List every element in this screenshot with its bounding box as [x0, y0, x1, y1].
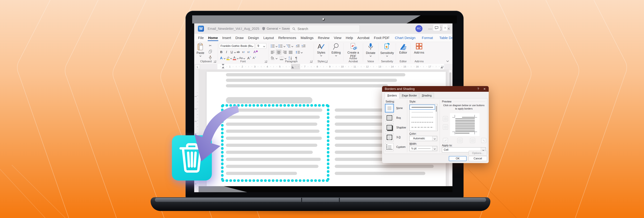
change-case-button[interactable]: Aa — [238, 56, 244, 60]
search-input[interactable] — [297, 27, 352, 31]
avatar[interactable]: RC — [416, 25, 422, 32]
tab-draw[interactable]: Draw — [233, 34, 246, 41]
tab-acrobat[interactable]: Acrobat — [355, 34, 372, 41]
superscript-button[interactable]: x2 — [246, 49, 251, 54]
sensitivity-button[interactable]: Sensitivity — [381, 43, 394, 56]
preview-horizontal-border-button[interactable] — [443, 125, 448, 130]
cut-button[interactable]: ✂ — [208, 43, 213, 48]
font-launcher[interactable] — [265, 60, 267, 63]
line-spacing-menu[interactable] — [301, 51, 302, 53]
options-button[interactable]: Options... — [468, 151, 487, 156]
search-bar[interactable] — [290, 25, 360, 33]
dialog-tab-borders[interactable]: Borders — [385, 92, 400, 99]
hanging-indent-marker[interactable] — [222, 67, 224, 68]
width-combo[interactable]: ½ pt — [410, 146, 437, 151]
preview-inside-border-button[interactable] — [470, 138, 475, 143]
underline-button[interactable]: U — [229, 49, 234, 54]
align-left-button[interactable] — [270, 50, 275, 55]
document-title[interactable]: Email_Newsletter_Vol.I_Aug_2025 — [208, 27, 259, 31]
word-logo-icon[interactable]: W — [198, 26, 204, 32]
text-effects-button[interactable]: A — [219, 56, 224, 60]
shading-button[interactable] — [270, 56, 275, 60]
ok-button[interactable]: OK — [449, 156, 466, 161]
paragraph-launcher[interactable] — [310, 60, 312, 63]
style-option-dashdot[interactable] — [410, 125, 435, 130]
justify-button[interactable] — [288, 50, 293, 55]
font-name-combo[interactable]: Franklin Gothic Book (Body) — [219, 43, 254, 49]
clear-formatting-button[interactable]: A — [253, 49, 258, 54]
line-spacing-button[interactable] — [295, 50, 300, 55]
tab-selector[interactable]: L — [195, 65, 200, 69]
style-option-thin[interactable] — [410, 110, 435, 115]
italic-button[interactable]: I — [224, 49, 229, 54]
setting-option-box[interactable]: Box — [385, 114, 401, 122]
tab-insert[interactable]: Insert — [220, 34, 233, 41]
setting-option-shadow[interactable]: Shadow — [385, 124, 406, 132]
strikethrough-button[interactable]: ab — [236, 49, 241, 54]
multilevel-list-button[interactable] — [286, 43, 291, 48]
comment-button[interactable] — [433, 24, 440, 31]
minimize-icon[interactable]: — — [428, 27, 432, 31]
multilevel-menu[interactable] — [291, 45, 293, 47]
borders-menu[interactable] — [284, 57, 286, 59]
create-pdf-button[interactable]: Create a PDF — [346, 43, 360, 58]
change-case-menu[interactable] — [243, 57, 245, 59]
clipboard-launcher[interactable] — [214, 60, 216, 63]
bold-button[interactable]: B — [219, 49, 224, 54]
numbering-button[interactable] — [278, 43, 283, 48]
shading-menu[interactable] — [276, 57, 278, 59]
style-option-dot[interactable] — [410, 115, 435, 120]
tab-file[interactable]: File — [196, 34, 206, 41]
center-button[interactable] — [276, 49, 282, 55]
bullets-button[interactable] — [270, 43, 275, 48]
font-size-combo[interactable]: 9 — [256, 43, 266, 49]
setting-option-custom[interactable]: Custom — [385, 143, 406, 151]
tab-layout[interactable]: Layout — [261, 34, 276, 41]
pilcrow-button[interactable]: ¶ — [294, 56, 299, 60]
tab-format[interactable]: Format — [418, 34, 436, 41]
borders-button[interactable] — [279, 56, 284, 60]
highlight-button[interactable] — [225, 56, 230, 60]
preview-diagram[interactable] — [450, 113, 480, 136]
subscript-button[interactable]: x2 — [241, 49, 246, 54]
decrease-indent-button[interactable] — [295, 43, 300, 48]
preview-top-border-button[interactable] — [443, 116, 448, 121]
style-option-dash[interactable] — [410, 120, 435, 125]
preview-vertical-border-button[interactable] — [457, 138, 462, 143]
increase-indent-button[interactable] — [301, 43, 306, 48]
dialog-help-icon[interactable]: ? — [477, 87, 479, 91]
setting-option-none[interactable]: None — [385, 104, 403, 112]
style-scrollbar[interactable] — [436, 105, 437, 130]
dialog-tab-page-border[interactable]: Page Border — [400, 93, 419, 98]
horizontal-ruler[interactable]: L 123456789101112131415161718 — [194, 64, 452, 69]
editing-button[interactable]: Editing — [330, 43, 342, 56]
style-scroll-thumb[interactable] — [436, 106, 437, 112]
first-line-indent-marker[interactable] — [222, 64, 224, 66]
tab-foxit-pdf[interactable]: Foxit PDF — [372, 34, 392, 41]
dialog-close-icon[interactable]: × — [484, 87, 486, 91]
tab-references[interactable]: References — [276, 34, 298, 41]
tab-table-design[interactable]: Table Design — [436, 34, 452, 41]
setting-option-3-d[interactable]: 3-D — [385, 133, 401, 141]
dialog-title-bar[interactable]: Borders and Shading ? × — [382, 86, 489, 92]
add-ins-button[interactable]: Add-ins — [413, 43, 425, 54]
editor-button[interactable]: Editor — [398, 43, 408, 54]
styles-button[interactable]: A Styles — [315, 43, 327, 56]
dialog-tab-shading[interactable]: Shading — [419, 93, 434, 98]
bullets-menu[interactable] — [276, 45, 278, 47]
sort-button[interactable]: A Z — [288, 56, 293, 60]
color-combo[interactable]: Automatic — [410, 136, 437, 141]
font-color-button[interactable]: A — [232, 56, 237, 60]
shrink-font-button[interactable]: A˅ — [252, 56, 257, 60]
tab-help[interactable]: Help — [344, 34, 355, 41]
align-right-button[interactable] — [282, 50, 287, 55]
cancel-button[interactable]: Cancel — [468, 156, 487, 161]
tab-mailings[interactable]: Mailings — [298, 34, 316, 41]
ribbon-expand-button[interactable]: › — [442, 24, 448, 31]
format-painter-button[interactable] — [208, 55, 213, 60]
preview-diagonal-down-button[interactable] — [481, 138, 486, 143]
style-list[interactable] — [410, 104, 438, 131]
numbering-menu[interactable] — [284, 45, 285, 47]
style-option-thick[interactable] — [410, 105, 435, 110]
tab-chart-design[interactable]: Chart Design — [392, 34, 419, 41]
